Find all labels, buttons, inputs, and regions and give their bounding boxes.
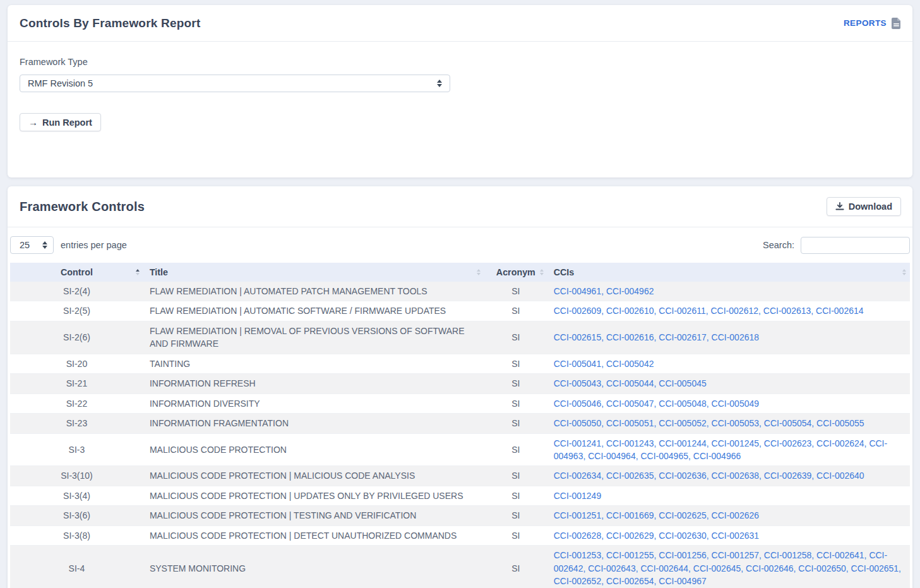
cci-link[interactable]: CCI-001249 (554, 491, 602, 501)
cci-link[interactable]: CCI-002640 (816, 471, 864, 481)
reports-link[interactable]: REPORTS (844, 18, 887, 28)
cci-link[interactable]: CCI-002615 (554, 332, 602, 342)
cci-link[interactable]: CCI-001255 (606, 550, 654, 560)
cci-link[interactable]: CCI-002650 (798, 563, 846, 573)
framework-type-select[interactable]: RMF Revision 5 (20, 75, 450, 92)
cci-link[interactable]: CCI-005050 (554, 418, 602, 428)
cci-link[interactable]: CCI-002654 (606, 576, 654, 586)
cci-link[interactable]: CCI-002618 (712, 332, 760, 342)
cci-link[interactable]: CCI-004966 (693, 451, 741, 461)
cci-link[interactable]: CCI-005051 (606, 418, 654, 428)
title-cell: SYSTEM MONITORING (143, 546, 484, 588)
cci-link[interactable]: CCI-005042 (606, 359, 654, 369)
cci-link[interactable]: CCI-002628 (554, 531, 602, 541)
cci-link[interactable]: CCI-002626 (712, 510, 760, 520)
cci-link[interactable]: CCI-002629 (606, 531, 654, 541)
cci-link[interactable]: CCI-002644 (640, 563, 688, 573)
cci-link[interactable]: CCI-005055 (816, 418, 864, 428)
acronym-cell: SI (484, 506, 547, 525)
cci-link[interactable]: CCI-002631 (712, 531, 760, 541)
cci-link[interactable]: CCI-001245 (712, 438, 760, 448)
cci-link[interactable]: CCI-002652 (554, 576, 602, 586)
cci-link[interactable]: CCI-001243 (606, 438, 654, 448)
acronym-cell: SI (484, 546, 547, 588)
cci-link[interactable]: CCI-001253 (554, 550, 602, 560)
cci-link[interactable]: CCI-004961 (554, 286, 602, 296)
cci-link-list: CCI-001253, CCI-001255, CCI-001256, CCI-… (554, 550, 901, 586)
run-report-button[interactable]: → Run Report (20, 113, 101, 131)
column-header-ccis[interactable]: CCIs (547, 263, 910, 282)
ccis-cell: CCI-005046, CCI-005047, CCI-005048, CCI-… (547, 393, 910, 413)
cci-link[interactable]: CCI-002634 (554, 471, 602, 481)
cci-link[interactable]: CCI-002624 (816, 438, 864, 448)
download-button[interactable]: Download (827, 197, 901, 216)
column-header-acronym[interactable]: Acronym (484, 263, 547, 282)
cci-link[interactable]: CCI-004962 (606, 286, 654, 296)
cci-link[interactable]: CCI-002609 (554, 306, 602, 316)
cci-link[interactable]: CCI-004967 (659, 576, 707, 586)
control-cell: SI-3 (10, 433, 143, 466)
cci-link[interactable]: CCI-001241 (554, 438, 602, 448)
ccis-cell: CCI-005041, CCI-005042 (547, 354, 910, 373)
ccis-cell: CCI-002634, CCI-002635, CCI-002636, CCI-… (547, 466, 910, 486)
cci-link[interactable]: CCI-004964 (588, 451, 636, 461)
cci-link-list: CCI-005050, CCI-005051, CCI-005052, CCI-… (554, 418, 864, 428)
title-cell: MALICIOUS CODE PROTECTION | UPDATES ONLY… (143, 486, 484, 505)
cci-link[interactable]: CCI-002635 (606, 471, 654, 481)
control-cell: SI-2(4) (10, 282, 143, 301)
column-header-title[interactable]: Title (143, 263, 484, 282)
cci-link[interactable]: CCI-001251 (554, 510, 602, 520)
acronym-cell: SI (484, 414, 547, 433)
cci-link[interactable]: CCI-002614 (816, 306, 864, 316)
cci-link[interactable]: CCI-005053 (712, 418, 760, 428)
cci-link[interactable]: CCI-005052 (659, 418, 707, 428)
cci-link[interactable]: CCI-005054 (764, 418, 812, 428)
cci-link[interactable]: CCI-002611 (659, 306, 705, 316)
cci-link[interactable]: CCI-004965 (640, 451, 688, 461)
cci-link[interactable]: CCI-002630 (659, 531, 707, 541)
title-cell: FLAW REMEDIATION | AUTOMATIC SOFTWARE / … (143, 301, 484, 321)
cci-link[interactable]: CCI-001669 (606, 510, 654, 520)
table-row: SI-3(8)MALICIOUS CODE PROTECTION | DETEC… (10, 525, 910, 545)
cci-link[interactable]: CCI-005047 (606, 399, 654, 409)
cci-link-list: CCI-005046, CCI-005047, CCI-005048, CCI-… (554, 399, 759, 409)
cci-link[interactable]: CCI-002623 (764, 438, 812, 448)
cci-link[interactable]: CCI-001244 (659, 438, 707, 448)
cci-link[interactable]: CCI-002651 (851, 563, 899, 573)
entries-per-page-select[interactable]: 25 (10, 236, 54, 254)
cci-link[interactable]: CCI-005048 (659, 399, 707, 409)
cci-link[interactable]: CCI-002616 (606, 332, 654, 342)
acronym-cell: SI (484, 525, 547, 545)
page: Controls By Framework Report REPORTS Fra… (0, 0, 920, 588)
datatable-controls: 25 entries per page Search: (8, 227, 912, 263)
cci-link-list: CCI-005041, CCI-005042 (554, 359, 654, 369)
cci-link[interactable]: CCI-002645 (693, 563, 741, 573)
cci-link[interactable]: CCI-002643 (588, 563, 636, 573)
table-row: SI-2(4)FLAW REMEDIATION | AUTOMATED PATC… (10, 282, 910, 301)
ccis-cell: CCI-005050, CCI-005051, CCI-005052, CCI-… (547, 414, 910, 433)
search-input[interactable] (801, 237, 910, 254)
cci-link[interactable]: CCI-002646 (746, 563, 794, 573)
cci-link[interactable]: CCI-002638 (712, 471, 760, 481)
cci-link[interactable]: CCI-001258 (764, 550, 812, 560)
cci-link[interactable]: CCI-001257 (712, 550, 760, 560)
cci-link[interactable]: CCI-002613 (763, 306, 811, 316)
cci-link[interactable]: CCI-002639 (764, 471, 812, 481)
cci-link[interactable]: CCI-002636 (659, 471, 707, 481)
entries-selected-value: 25 (20, 240, 30, 250)
cci-link[interactable]: CCI-005045 (659, 378, 707, 388)
cci-link[interactable]: CCI-005046 (554, 399, 602, 409)
acronym-cell: SI (484, 466, 547, 486)
cci-link[interactable]: CCI-005044 (606, 378, 654, 388)
cci-link[interactable]: CCI-005049 (712, 399, 760, 409)
cci-link[interactable]: CCI-002625 (659, 510, 707, 520)
cci-link[interactable]: CCI-005043 (554, 378, 602, 388)
cci-link[interactable]: CCI-002610 (606, 306, 654, 316)
cci-link[interactable]: CCI-002641 (816, 550, 864, 560)
cci-link[interactable]: CCI-001256 (659, 550, 707, 560)
cci-link[interactable]: CCI-002612 (711, 306, 759, 316)
column-header-control[interactable]: Control (10, 263, 143, 282)
cci-link[interactable]: CCI-005041 (554, 359, 602, 369)
cci-link[interactable]: CCI-002617 (659, 332, 707, 342)
cci-link-list: CCI-002634, CCI-002635, CCI-002636, CCI-… (554, 471, 864, 481)
